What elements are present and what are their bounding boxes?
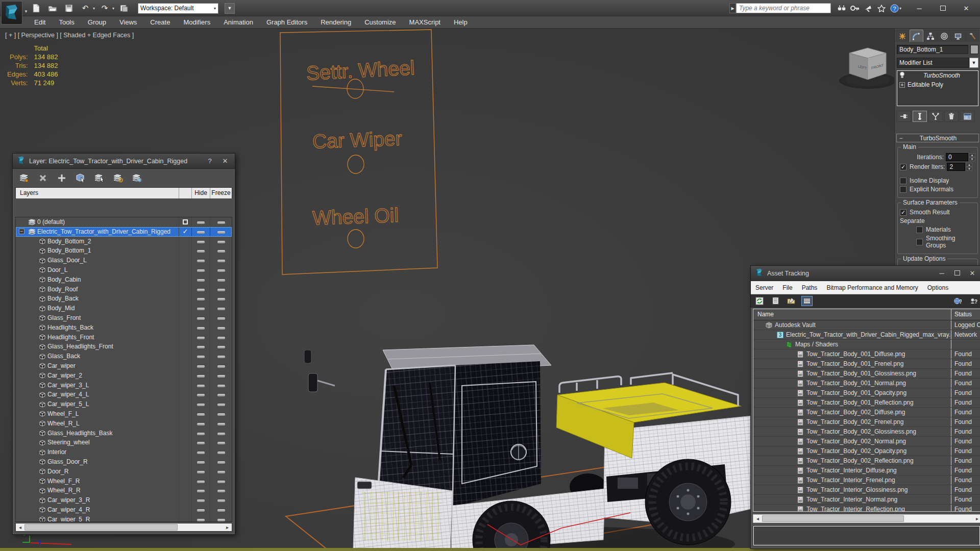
asset-row[interactable]: Tow_Tractor_Body_001_Opacity.pngFound	[753, 388, 980, 398]
layer-row[interactable]: Door_L	[16, 265, 232, 275]
freeze-toggle[interactable]	[210, 361, 232, 371]
freeze-toggle[interactable]	[210, 313, 232, 323]
hide-toggle[interactable]	[191, 256, 210, 265]
layer-row[interactable]: Glass_Back	[16, 352, 232, 361]
asset-menu-item-bitmap-performance-and-memory[interactable]: Bitmap Performance and Memory	[822, 284, 922, 291]
report-view-icon[interactable]	[770, 296, 781, 306]
asset-row[interactable]: Tow_Tractor_Body_002_Reflection.pngFound	[753, 456, 980, 466]
current-layer-cell[interactable]	[179, 457, 191, 467]
undo-button[interactable]: ↶	[79, 2, 92, 14]
freeze-toggle[interactable]	[210, 381, 232, 390]
tab-motion[interactable]	[938, 30, 951, 42]
toolbar-flyout-button[interactable]: ▼	[225, 3, 235, 14]
scroll-right-icon[interactable]: ▸	[223, 523, 232, 531]
set-current-layer-icon[interactable]	[93, 172, 106, 184]
freeze-layers-icon[interactable]	[131, 172, 143, 184]
freeze-column-header[interactable]: Freeze	[210, 188, 232, 198]
hide-toggle[interactable]	[191, 457, 210, 467]
about-help-icon[interactable]: ?	[968, 296, 979, 306]
asset-minimize-button[interactable]: ─	[936, 269, 947, 277]
freeze-toggle[interactable]	[210, 495, 232, 505]
freeze-toggle[interactable]	[210, 275, 232, 285]
layer-row[interactable]: −Electric_Tow_Tractor_with_Driver_Cabin_…	[16, 227, 232, 237]
layer-dialog-titlebar[interactable]: Layer: Electric_Tow_Tractor_with_Driver_…	[13, 154, 235, 169]
tab-create[interactable]	[896, 30, 909, 42]
freeze-toggle[interactable]	[210, 467, 232, 477]
hide-toggle[interactable]	[191, 486, 210, 495]
name-column-header[interactable]: Name	[753, 309, 951, 320]
sign-in-key-icon[interactable]	[848, 3, 862, 14]
current-layer-cell[interactable]	[179, 438, 191, 447]
hide-layers-icon[interactable]	[112, 172, 125, 184]
asset-close-button[interactable]: ✕	[967, 269, 978, 277]
hide-toggle[interactable]	[191, 352, 210, 361]
freeze-toggle[interactable]	[210, 227, 232, 237]
layer-row[interactable]: Glass_Headlights_Bask	[16, 429, 232, 438]
current-layer-cell[interactable]	[179, 371, 191, 381]
current-layer-cell[interactable]	[179, 419, 191, 429]
asset-row[interactable]: Tow_Tractor_Body_001_Glossiness.pngFound	[753, 369, 980, 379]
hide-toggle[interactable]	[191, 438, 210, 447]
layer-row[interactable]: Body_Roof	[16, 285, 232, 294]
asset-menu-item-options[interactable]: Options	[923, 284, 953, 291]
layers-column-header[interactable]: Layers	[16, 188, 179, 198]
layer-row[interactable]: Glass_Door_L	[16, 256, 232, 265]
render-iters-checkbox[interactable]: ✓	[900, 164, 906, 170]
current-layer-cell[interactable]	[179, 467, 191, 477]
layer-row[interactable]: Body_Cabin	[16, 275, 232, 285]
layer-dialog-help-button[interactable]: ?	[204, 157, 215, 165]
layer-row[interactable]: Body_Mid	[16, 304, 232, 313]
layer-row[interactable]: Car_wiper_3_L	[16, 381, 232, 390]
freeze-toggle[interactable]	[210, 285, 232, 294]
freeze-toggle[interactable]	[210, 419, 232, 429]
freeze-toggle[interactable]	[210, 342, 232, 352]
asset-row[interactable]: Tow_Tractor_Body_002_Diffuse.pngFound	[753, 408, 980, 417]
hide-column-header[interactable]: Hide	[191, 188, 210, 198]
layer-row[interactable]: Car_wiper_5_R	[16, 515, 232, 522]
menu-item-group[interactable]: Group	[81, 16, 113, 28]
layer-row[interactable]: Body_Bottom_2	[16, 237, 232, 246]
layer-row[interactable]: Wheel_F_L	[16, 409, 232, 419]
current-layer-cell[interactable]	[179, 246, 191, 256]
layer-row[interactable]: 0 (default)	[16, 217, 232, 227]
hide-toggle[interactable]	[191, 333, 210, 342]
hide-toggle[interactable]	[191, 429, 210, 438]
current-layer-cell[interactable]	[179, 429, 191, 438]
asset-row[interactable]: Tow_Tractor_Interior_Reflection.pngFound	[753, 505, 980, 512]
freeze-toggle[interactable]	[210, 304, 232, 313]
layer-row[interactable]: Glass_Front	[16, 313, 232, 323]
layer-row[interactable]: Wheel_R_L	[16, 419, 232, 429]
delete-layer-icon[interactable]	[37, 172, 49, 184]
hide-toggle[interactable]	[191, 467, 210, 477]
tab-utilities[interactable]	[966, 30, 979, 42]
iterations-spinner[interactable]: ▲▼	[969, 153, 975, 161]
freeze-toggle[interactable]	[210, 333, 232, 342]
layer-row[interactable]: Steering_wheel	[16, 438, 232, 447]
hide-toggle[interactable]	[191, 246, 210, 256]
hide-toggle[interactable]	[191, 381, 210, 390]
modifier-list-dropdown[interactable]: Modifier List ▼	[897, 58, 978, 68]
search-input[interactable]	[736, 3, 831, 13]
asset-menu-item-paths[interactable]: Paths	[797, 284, 822, 291]
expand-icon[interactable]: +	[899, 82, 905, 88]
layer-row[interactable]: Glass_Door_R	[16, 457, 232, 467]
layer-row[interactable]: Glass_Headlights_Front	[16, 342, 232, 352]
hide-toggle[interactable]	[191, 294, 210, 304]
render-iters-field[interactable]: 2	[947, 163, 965, 171]
current-layer-cell[interactable]	[179, 477, 191, 486]
layer-list[interactable]: 0 (default)−Electric_Tow_Tractor_with_Dr…	[15, 217, 232, 522]
menu-item-animation[interactable]: Animation	[217, 16, 260, 28]
layer-row[interactable]: Car_wiper_3_R	[16, 495, 232, 505]
freeze-toggle[interactable]	[210, 352, 232, 361]
open-file-button[interactable]	[46, 2, 59, 14]
asset-row[interactable]: Tow_Tractor_Body_002_Opacity.pngFound	[753, 446, 980, 456]
hide-toggle[interactable]	[191, 227, 210, 237]
current-layer-cell[interactable]	[179, 515, 191, 522]
render-iters-spinner[interactable]: ▲▼	[966, 163, 972, 171]
current-layer-cell[interactable]	[179, 399, 191, 409]
new-layer-icon[interactable]	[18, 172, 30, 184]
explicit-normals-checkbox[interactable]	[900, 186, 906, 193]
menu-item-customize[interactable]: Customize	[358, 16, 402, 28]
asset-row[interactable]: Tow_Tractor_Interior_Normal.pngFound	[753, 495, 980, 505]
stack-item-turbosmooth[interactable]: TurboSmooth	[897, 71, 978, 80]
